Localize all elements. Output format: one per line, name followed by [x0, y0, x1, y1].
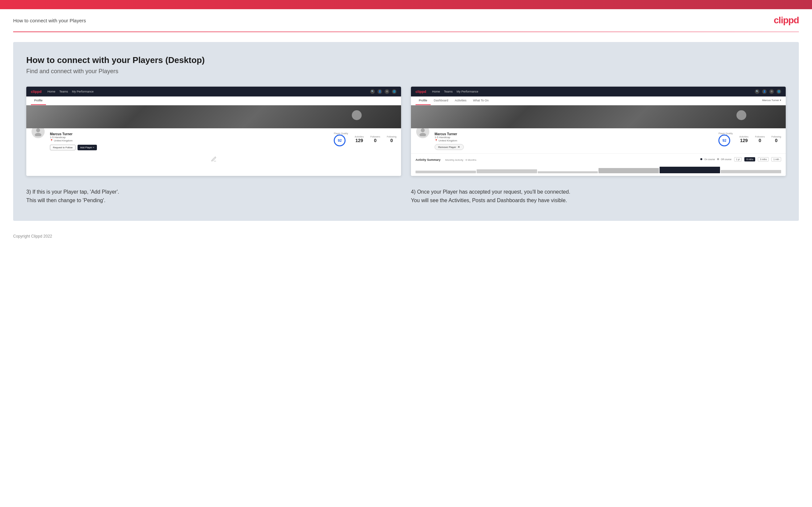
mock-banner-circle-1 [352, 110, 362, 120]
clippd-logo: clippd [774, 15, 799, 25]
player-dropdown-2[interactable]: Marcus Turner ▾ [762, 97, 781, 105]
main-title: How to connect with your Players (Deskto… [26, 55, 786, 65]
mock-nav-icons-1: 🔍 👤 ⚙ 🌐 [370, 89, 397, 94]
on-course-label: On course [704, 158, 715, 161]
filter-1yr[interactable]: 1 yr [734, 157, 742, 161]
bar-6 [721, 170, 781, 173]
svg-point-2 [421, 128, 425, 132]
svg-point-3 [419, 133, 426, 136]
profile-info-2: Marcus Turner 1-5 Handicap 📍 United King… [435, 132, 712, 150]
profile-details-2: Marcus Turner 1-5 Handicap 📍 United King… [435, 131, 781, 150]
tab-profile-2[interactable]: Profile [415, 97, 430, 105]
activity-summary: Activity Summary Monthly Activity · 6 Mo… [411, 153, 786, 176]
bar-4 [599, 168, 659, 173]
user-icon-2: 👤 [762, 89, 767, 94]
activities-stat-1: Activities 129 [355, 135, 364, 143]
caption-4-item: 4) Once your Player has accepted your re… [411, 188, 786, 205]
quality-stat-2: Player Quality 92 [718, 132, 733, 146]
player-stats-2: Player Quality 92 Activities 129 Followe… [718, 131, 781, 146]
add-player-button-1[interactable]: Add Player + [78, 145, 97, 150]
mock-logo-2: clippd [415, 90, 426, 94]
tab-whaton-2[interactable]: What To On [470, 97, 492, 105]
follow-button-1[interactable]: Request to Follow [50, 145, 75, 150]
activity-controls: On course Off course 1 yr 6 mths 3 mths … [700, 157, 781, 161]
mock-nav-items-1: Home Teams My Performance [47, 90, 364, 93]
top-accent-bar [0, 0, 812, 9]
tab-profile-1[interactable]: Profile [31, 97, 46, 105]
mock-banner-overlay-2 [411, 105, 786, 128]
filter-3mths[interactable]: 3 mths [758, 157, 769, 161]
mock-banner-1 [26, 105, 401, 128]
mock-tabbar-1: Profile [26, 97, 401, 105]
remove-player-button[interactable]: Remove Player ✕ [435, 144, 464, 150]
caption-row: 3) If this is your Player tap, 'Add Play… [26, 188, 786, 205]
mock-nav-items-2: Home Teams My Performance [432, 90, 749, 93]
screenshots-row: clippd Home Teams My Performance 🔍 👤 ⚙ 🌐… [26, 87, 786, 176]
player-handicap-1: 1-5 Handicap [50, 136, 327, 139]
player-name-1: Marcus Turner [50, 132, 327, 136]
mock-profile-1: Marcus Turner 1-5 Handicap 📍 United King… [26, 128, 401, 154]
activity-header: Activity Summary Monthly Activity · 6 Mo… [415, 156, 781, 162]
filter-1mth[interactable]: 1 mth [771, 157, 781, 161]
profile-details-1: Marcus Turner 1-5 Handicap 📍 United King… [50, 131, 397, 150]
activity-legend: On course Off course [700, 158, 731, 161]
activity-subtitle: Monthly Activity · 6 Months [445, 159, 476, 161]
mock-navbar-1: clippd Home Teams My Performance 🔍 👤 ⚙ 🌐 [26, 87, 401, 97]
activities-stat-2: Activities 129 [740, 135, 749, 143]
filter-6mths[interactable]: 6 mths [744, 157, 755, 161]
globe-icon-1: 🌐 [392, 89, 397, 94]
following-stat-2: Following 0 [771, 135, 781, 143]
profile-info-1: Marcus Turner 1-5 Handicap 📍 United King… [50, 132, 327, 150]
player-stats-1: Player Quality 92 Activities 129 Followe… [334, 131, 397, 146]
location-icon-2: 📍 [435, 139, 438, 142]
header-divider [13, 32, 799, 32]
activity-title: Activity Summary [415, 158, 441, 161]
main-content: How to connect with your Players (Deskto… [13, 42, 799, 221]
screenshot-1: clippd Home Teams My Performance 🔍 👤 ⚙ 🌐… [26, 87, 401, 176]
mock-nav-teams-1: Teams [59, 90, 68, 93]
mock-tabbar-2: Profile Dashboard Activities What To On … [411, 97, 786, 105]
mock-nav-home-1: Home [47, 90, 55, 93]
breadcrumb: How to connect with your Players [13, 18, 86, 23]
tab-dashboard-2[interactable]: Dashboard [430, 97, 452, 105]
followers-stat-1: Followers 0 [370, 135, 380, 143]
mock-nav-perf-1: My Performance [72, 90, 94, 93]
screenshot-2: clippd Home Teams My Performance 🔍 👤 ⚙ 🌐… [411, 87, 786, 176]
settings-icon-2: ⚙ [769, 89, 774, 94]
mock-nav-perf-2: My Performance [457, 90, 478, 93]
caption-3: 3) If this is your Player tap, 'Add Play… [26, 188, 401, 205]
caption-4: 4) Once your Player has accepted your re… [411, 188, 786, 205]
profile-buttons-1: Request to Follow Add Player + [50, 145, 327, 150]
close-icon-remove: ✕ [458, 146, 460, 149]
search-icon-1: 🔍 [370, 89, 375, 94]
settings-icon-1: ⚙ [385, 89, 389, 94]
caption-3-item: 3) If this is your Player tap, 'Add Play… [26, 188, 401, 205]
mock-logo-1: clippd [31, 90, 41, 94]
location-icon-1: 📍 [50, 139, 53, 142]
search-icon-2: 🔍 [755, 89, 759, 94]
bar-2 [476, 169, 537, 173]
svg-point-0 [36, 128, 40, 132]
mock-banner-overlay-1 [26, 105, 401, 128]
page-header: How to connect with your Players clippd [0, 9, 812, 32]
player-name-2: Marcus Turner [435, 132, 712, 136]
player-handicap-2: 1-5 Handicap [435, 136, 712, 139]
mock-banner-circle-2 [737, 110, 746, 120]
mock-nav-teams-2: Teams [444, 90, 453, 93]
tab-activities-2[interactable]: Activities [452, 97, 470, 105]
following-stat-1: Following 0 [387, 135, 397, 143]
main-subtitle: Find and connect with your Players [26, 68, 786, 75]
bar-3 [538, 171, 598, 173]
globe-icon-2: 🌐 [776, 89, 781, 94]
mock-profile-2: Marcus Turner 1-5 Handicap 📍 United King… [411, 128, 786, 153]
off-course-label: Off course [721, 158, 731, 161]
bar-1 [415, 171, 476, 173]
bar-5 [660, 167, 720, 173]
on-course-dot [700, 158, 702, 160]
mock-navbar-2: clippd Home Teams My Performance 🔍 👤 ⚙ 🌐 [411, 87, 786, 97]
tab-items-2: Profile Dashboard Activities What To On [415, 97, 492, 105]
quality-stat-1: Player Quality 92 [334, 132, 348, 146]
followers-stat-2: Followers 0 [755, 135, 765, 143]
mock-banner-2 [411, 105, 786, 128]
edit-icon-area [26, 154, 401, 166]
